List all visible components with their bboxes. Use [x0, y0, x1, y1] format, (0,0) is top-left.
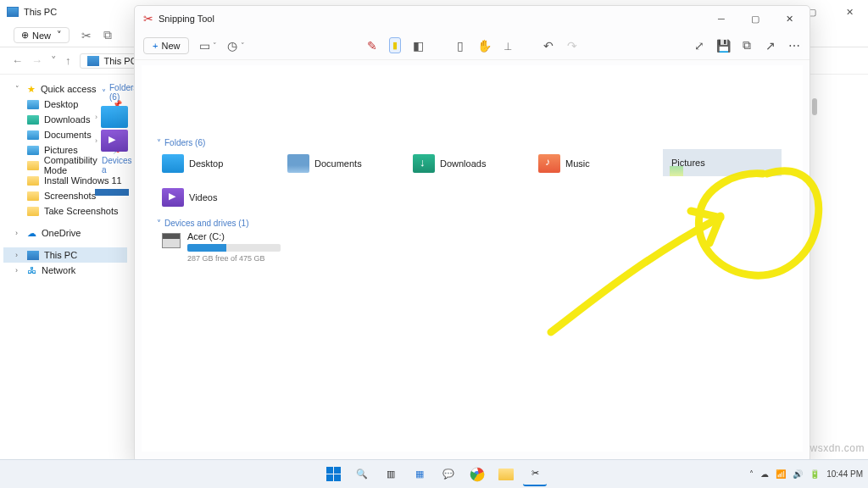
volume-icon[interactable]: 🔊 [793, 469, 803, 479]
snap-devices-label: ˅Devices and drives (1) [157, 219, 794, 228]
drive-free-text: 287 GB free of 475 GB [187, 254, 281, 263]
clock[interactable]: 10:44 PM [826, 469, 863, 479]
touch-icon[interactable]: ✋ [477, 39, 491, 53]
snipping-tool-window: ✂ Snipping Tool ─ ▢ ✕ +New ▭˅ ◷˅ ✎ ▮ ◧ ▯… [134, 5, 810, 463]
address-text: This PC [104, 56, 137, 66]
crop-icon[interactable]: ⟂ [501, 39, 515, 53]
mode-dropdown[interactable]: ▭˅ [198, 39, 217, 53]
watermark-text: wsxdn.com [810, 442, 865, 454]
explorer-title-text: This PC [24, 7, 57, 17]
snip-toolbar: +New ▭˅ ◷˅ ✎ ▮ ◧ ▯ ✋ ⟂ ↶ ↷ ⤢ 💾 ⧉ ↗ ⋯ [135, 31, 810, 60]
folder-peek-1[interactable]: › [92, 105, 134, 129]
widgets-icon[interactable]: ▦ [408, 463, 431, 486]
new-button[interactable]: ⊕ New ˅ [14, 27, 70, 43]
system-tray[interactable]: ˄ ☁ 📶 🔊 🔋 10:44 PM [749, 469, 863, 479]
up-button[interactable]: ↑ [65, 54, 71, 67]
pen-icon[interactable]: ✎ [365, 39, 379, 53]
new-snip-button[interactable]: +New [143, 37, 189, 54]
snip-canvas[interactable]: ˅Folders (6) Desktop Documents Downloads… [142, 65, 803, 452]
battery-icon[interactable]: 🔋 [810, 469, 820, 479]
copy-icon[interactable]: ⧉ [103, 28, 112, 42]
highlighter-button[interactable]: ▮ [389, 37, 401, 53]
folder-pictures-selected: Pictures [663, 149, 782, 176]
folder-downloads: Downloads [413, 151, 487, 176]
drive-c: Acer (C:) 287 GB free of 475 GB [150, 231, 794, 263]
drive-usage-bar [187, 244, 281, 252]
tray-chevron-icon[interactable]: ˄ [749, 469, 754, 479]
this-pc-icon [7, 7, 19, 17]
ruler-icon[interactable]: ▯ [453, 39, 467, 53]
this-pc-icon [87, 56, 99, 66]
folder-desktop: Desktop [162, 151, 236, 176]
snip-window-controls: ─ ▢ ✕ [704, 6, 806, 31]
snip-title-text: Snipping Tool [159, 14, 214, 24]
chat-icon[interactable]: 💬 [437, 463, 460, 486]
snipping-tool-icon: ✂ [143, 12, 153, 25]
taskbar: 🔍 ▥ ▦ 💬 ✂ ˄ ☁ 📶 🔊 🔋 10:44 PM [0, 459, 868, 488]
close-button[interactable]: ✕ [831, 0, 868, 24]
back-button[interactable]: ← [12, 54, 23, 67]
more-icon[interactable]: ⋯ [787, 39, 801, 53]
recent-dropdown[interactable]: ˅ [51, 54, 57, 67]
onedrive-tray-icon[interactable]: ☁ [760, 469, 769, 479]
explorer-taskbar-icon[interactable] [494, 463, 518, 486]
folders-section-label[interactable]: ˅Folders (6) [102, 83, 134, 102]
copy-icon[interactable]: ⧉ [740, 39, 754, 53]
taskbar-center: 🔍 ▥ ▦ 💬 ✂ [321, 463, 547, 486]
folder-peek-2[interactable]: › [92, 129, 134, 152]
undo-icon[interactable]: ↶ [542, 39, 555, 53]
save-icon[interactable]: 💾 [716, 39, 730, 53]
delay-dropdown[interactable]: ◷˅ [225, 39, 245, 53]
folder-videos: Videos [162, 185, 236, 210]
maximize-button[interactable]: ▢ [738, 6, 772, 31]
cut-icon[interactable]: ✂ [81, 29, 92, 42]
forward-button[interactable]: → [31, 54, 42, 67]
tree-onedrive[interactable]: ›☁OneDrive [3, 225, 127, 241]
start-button[interactable] [321, 463, 345, 486]
zoom-icon[interactable]: ⤢ [693, 39, 706, 53]
close-button[interactable]: ✕ [772, 6, 806, 31]
share-icon[interactable]: ↗ [764, 39, 777, 53]
drive-name: Acer (C:) [187, 231, 281, 241]
folder-documents: Documents [287, 151, 362, 176]
drive-peek[interactable] [92, 178, 134, 202]
devices-section-label[interactable]: Devices a [102, 156, 134, 175]
task-view-icon[interactable]: ▥ [379, 463, 403, 486]
screenshot-content: ˅Folders (6) Desktop Documents Downloads… [150, 135, 794, 263]
folder-music: Music [538, 151, 613, 176]
drive-icon [162, 233, 181, 248]
tree-network[interactable]: ›🖧Network [3, 263, 127, 278]
scrollbar-thumb[interactable] [812, 98, 817, 115]
explorer-content-peek: ˅Folders (6) › › Devices a [92, 78, 134, 202]
tree-this-pc[interactable]: ›This PC [3, 247, 127, 263]
wifi-icon[interactable]: 📶 [776, 469, 786, 479]
chrome-icon[interactable] [465, 463, 489, 486]
search-icon[interactable]: 🔍 [350, 463, 374, 486]
redo-icon[interactable]: ↷ [565, 39, 579, 53]
eraser-icon[interactable]: ◧ [411, 39, 425, 53]
snap-folders-label: ˅Folders (6) [157, 138, 794, 147]
snipping-tool-taskbar-icon[interactable]: ✂ [523, 463, 547, 486]
minimize-button[interactable]: ─ [704, 6, 738, 31]
tree-takeshots[interactable]: Take Screenshots [3, 203, 127, 219]
